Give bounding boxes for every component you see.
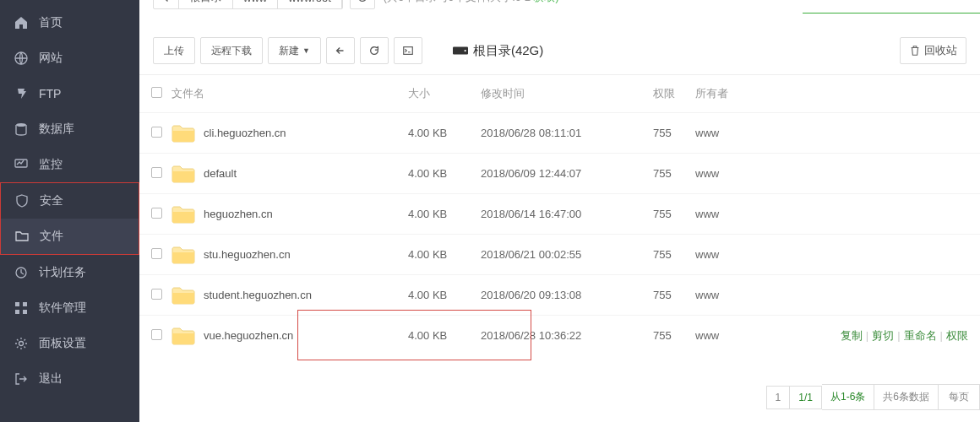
row-checkbox[interactable] [151, 248, 162, 259]
upload-button[interactable]: 上传 [153, 37, 195, 64]
table-row[interactable]: student.heguozhen.cn4.00 KB2018/06/20 09… [139, 274, 980, 315]
sidebar-item-settings[interactable]: 面板设置 [0, 326, 139, 361]
sidebar-label: 首页 [39, 15, 63, 30]
file-perm: 755 [653, 248, 695, 261]
trash-icon [909, 45, 921, 57]
row-checkbox[interactable] [151, 127, 162, 138]
disk-icon [453, 45, 468, 57]
gear-icon [14, 336, 29, 351]
sidebar-label: 网站 [39, 51, 63, 66]
sidebar-label: 面板设置 [39, 336, 86, 351]
ftp-icon [14, 86, 29, 101]
file-perm: 755 [653, 289, 695, 301]
breadcrumb-part[interactable]: wwwroot [278, 0, 342, 8]
sidebar-item-website[interactable]: 网站 [0, 41, 139, 76]
page-total: 1/1 [790, 386, 822, 409]
file-mtime: 2018/06/21 00:02:55 [481, 248, 653, 261]
back-button[interactable] [326, 37, 355, 64]
svg-point-11 [464, 50, 466, 51]
col-perm-header[interactable]: 权限 [653, 86, 695, 101]
table-header: 文件名 大小 修改时间 权限 所有者 [139, 75, 980, 112]
breadcrumb-part[interactable]: www [233, 0, 278, 8]
breadcrumb-part[interactable]: 根目录 [179, 0, 233, 8]
folder-icon [172, 124, 195, 143]
col-name-header[interactable]: 文件名 [172, 86, 408, 101]
action-copy[interactable]: 复制 [841, 329, 863, 342]
action-rename[interactable]: 重命名 [904, 329, 937, 342]
svg-point-8 [19, 342, 24, 346]
file-owner: www [695, 329, 763, 342]
svg-rect-7 [23, 310, 27, 314]
file-owner: www [695, 289, 763, 301]
svg-point-1 [16, 123, 26, 127]
new-button[interactable]: 新建▼ [268, 37, 321, 64]
folder-icon [172, 327, 195, 345]
refresh-button[interactable] [360, 37, 389, 64]
action-cut[interactable]: 剪切 [872, 329, 894, 342]
page-range: 从1-6条 [822, 384, 874, 410]
table-row[interactable]: stu.heguozhen.cn4.00 KB2018/06/21 00:02:… [139, 234, 980, 274]
file-perm: 755 [653, 208, 695, 220]
page-number[interactable]: 1 [766, 386, 791, 409]
file-size: 4.00 KB [408, 248, 481, 261]
file-size: 4.00 KB [408, 127, 481, 139]
file-perm: 755 [653, 127, 695, 139]
sidebar-item-files[interactable]: 文件 [1, 219, 139, 254]
row-checkbox[interactable] [151, 167, 162, 178]
action-perm[interactable]: 权限 [946, 329, 968, 342]
col-owner-header[interactable]: 所有者 [695, 86, 763, 101]
file-name[interactable]: default [204, 167, 237, 180]
folder-icon [172, 165, 195, 183]
table-row[interactable]: cli.heguozhen.cn4.00 KB2018/06/28 08:11:… [139, 112, 980, 153]
file-name[interactable]: cli.heguozhen.cn [204, 127, 286, 139]
row-checkbox[interactable] [151, 208, 162, 219]
table-row[interactable]: vue.heguozhen.cn4.00 KB2018/06/28 10:36:… [139, 315, 980, 355]
file-name[interactable]: stu.heguozhen.cn [204, 248, 291, 261]
file-name[interactable]: student.heguozhen.cn [204, 289, 312, 301]
sidebar-item-cron[interactable]: 计划任务 [0, 255, 139, 290]
sidebar-item-security[interactable]: 安全 [1, 183, 139, 219]
top-green-line [803, 0, 980, 14]
terminal-button[interactable] [394, 37, 422, 64]
per-page[interactable]: 每页 [939, 384, 980, 410]
recycle-bin-button[interactable]: 回收站 [900, 37, 966, 64]
file-name[interactable]: heguozhen.cn [204, 208, 273, 220]
sidebar: 首页 网站 FTP 数据库 监控 安全 文件 计划任务 软件管理 面板设置 退出 [0, 0, 139, 422]
file-size: 4.00 KB [408, 208, 481, 220]
row-checkbox[interactable] [151, 329, 162, 340]
remote-download-button[interactable]: 远程下载 [200, 37, 263, 64]
sidebar-item-logout[interactable]: 退出 [0, 361, 139, 397]
stats-fetch-link[interactable]: 获取) [533, 0, 558, 5]
sidebar-item-home[interactable]: 首页 [0, 5, 139, 41]
svg-rect-6 [15, 310, 19, 314]
sidebar-label: 数据库 [39, 122, 74, 137]
file-owner: www [695, 208, 763, 220]
sidebar-label: 监控 [39, 157, 63, 172]
col-mtime-header[interactable]: 修改时间 [481, 86, 653, 101]
chevron-down-icon: ▼ [302, 46, 310, 55]
breadcrumb-refresh-button[interactable] [350, 0, 375, 9]
sidebar-item-software[interactable]: 软件管理 [0, 290, 139, 326]
sidebar-item-monitor[interactable]: 监控 [0, 147, 139, 182]
sidebar-label: 软件管理 [39, 300, 86, 316]
col-size-header[interactable]: 大小 [408, 86, 481, 101]
file-mtime: 2018/06/28 08:11:01 [481, 127, 653, 139]
file-table: 文件名 大小 修改时间 权限 所有者 cli.heguozhen.cn4.00 … [139, 74, 980, 355]
file-perm: 755 [653, 167, 695, 180]
breadcrumb-back-button[interactable] [154, 0, 179, 8]
table-row[interactable]: heguozhen.cn4.00 KB2018/06/14 16:47:0075… [139, 193, 980, 234]
database-icon [14, 122, 29, 137]
breadcrumb: 根目录 www wwwroot [153, 0, 343, 9]
clock-icon [14, 265, 29, 280]
root-info: 根目录(42G) [453, 43, 543, 59]
apps-icon [14, 300, 29, 316]
table-row[interactable]: default4.00 KB2018/06/09 12:44:07755www [139, 153, 980, 193]
home-icon [14, 15, 29, 30]
sidebar-item-database[interactable]: 数据库 [0, 111, 139, 147]
sidebar-highlight-box: 安全 文件 [0, 182, 139, 255]
sidebar-item-ftp[interactable]: FTP [0, 76, 139, 111]
file-name[interactable]: vue.heguozhen.cn [204, 329, 293, 342]
sidebar-label: FTP [39, 87, 61, 100]
row-checkbox[interactable] [151, 289, 162, 300]
select-all-checkbox[interactable] [151, 87, 162, 98]
